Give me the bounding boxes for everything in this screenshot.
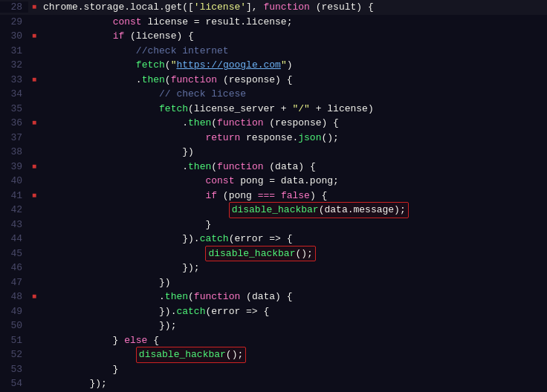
code-line: 42 disable_hackbar(data.message);	[0, 203, 547, 218]
code-line: 43 }	[0, 218, 547, 232]
line-number: 33	[0, 74, 28, 85]
line-number: 48	[0, 291, 28, 302]
code-line: 31 //check internet	[0, 44, 547, 59]
line-number: 36	[0, 117, 28, 128]
code-line: 33■ .then(function (response) {	[0, 73, 547, 88]
code-line: 45 disable_hackbar();	[0, 246, 547, 261]
line-code: const pong = data.pong;	[40, 174, 339, 189]
line-number: 53	[0, 364, 28, 375]
line-gutter: ■	[28, 76, 40, 84]
line-code: .then(function (response) {	[40, 73, 293, 88]
line-number: 34	[0, 88, 28, 99]
line-gutter: ■	[28, 119, 40, 127]
code-line: 28■chrome.storage.local.get(['license'],…	[0, 0, 547, 15]
line-number: 49	[0, 306, 28, 317]
line-number: 37	[0, 132, 28, 143]
code-line: 39■ .then(function (data) {	[0, 160, 547, 174]
line-code: });	[40, 376, 107, 391]
line-gutter: ■	[28, 32, 40, 40]
code-line: 47 })	[0, 275, 547, 290]
line-number: 44	[0, 233, 28, 244]
code-line: 53 }	[0, 362, 547, 377]
line-code: });	[40, 318, 176, 333]
line-number: 38	[0, 146, 28, 157]
code-line: 41■ if (pong === false) {	[0, 189, 547, 203]
line-gutter: ■	[28, 3, 40, 11]
code-line: 35 fetch(license_server + "/" + license)	[0, 102, 547, 117]
code-line: 54 });	[0, 376, 547, 391]
line-code: }	[40, 218, 211, 232]
line-number: 41	[0, 190, 28, 201]
line-code: //check internet	[40, 44, 229, 59]
code-line: 46 });	[0, 261, 547, 275]
line-code: fetch("https://google.com")	[40, 58, 293, 73]
line-code: // check licese	[40, 87, 246, 102]
line-code: fetch(license_server + "/" + license)	[40, 102, 374, 117]
line-code: if (license) {	[40, 29, 194, 44]
line-code: disable_hackbar(data.message);	[40, 202, 409, 218]
line-code: .then(function (response) {	[40, 116, 339, 131]
line-code: disable_hackbar();	[40, 246, 316, 262]
code-editor: 28■chrome.storage.local.get(['license'],…	[0, 0, 547, 392]
line-code: chrome.storage.local.get(['license'], fu…	[40, 0, 374, 15]
code-line: 29 const license = result.license;	[0, 15, 547, 30]
code-line: 49 }).catch(error => {	[0, 304, 547, 319]
line-code: disable_hackbar();	[40, 347, 246, 363]
code-line: 37 return response.json();	[0, 131, 547, 146]
line-code: return response.json();	[40, 131, 339, 146]
line-code: }	[40, 362, 118, 377]
line-number: 42	[0, 204, 28, 215]
line-number: 43	[0, 219, 28, 230]
line-number: 39	[0, 161, 28, 172]
line-number: 54	[0, 378, 28, 389]
code-line: 51 } else {	[0, 333, 547, 348]
line-number: 50	[0, 320, 28, 331]
line-code: }).catch(error => {	[40, 304, 269, 319]
code-line: 52 disable_hackbar();	[0, 347, 547, 362]
line-number: 51	[0, 335, 28, 346]
line-number: 32	[0, 59, 28, 71]
code-line: 44 }).catch(error => {	[0, 232, 547, 246]
code-line: 32 fetch("https://google.com")	[0, 58, 547, 73]
line-code: const license = result.license;	[40, 15, 292, 30]
line-number: 52	[0, 349, 28, 360]
line-code: } else {	[40, 333, 159, 348]
line-gutter: ■	[28, 163, 40, 171]
line-code: })	[40, 275, 171, 290]
line-number: 31	[0, 45, 28, 56]
line-number: 35	[0, 103, 28, 114]
line-code: }).catch(error => {	[40, 232, 292, 246]
line-code: })	[40, 145, 194, 160]
line-code: .then(function (data) {	[40, 160, 316, 174]
code-line: 30■ if (license) {	[0, 29, 547, 44]
line-number: 47	[0, 277, 28, 288]
code-line: 50 });	[0, 318, 547, 333]
line-code: });	[40, 261, 200, 275]
line-number: 45	[0, 248, 28, 259]
code-line: 34 // check licese	[0, 87, 547, 102]
code-line: 48■ .then(function (data) {	[0, 290, 547, 304]
line-number: 29	[0, 16, 28, 27]
line-code: .then(function (data) {	[40, 290, 293, 304]
line-number: 46	[0, 262, 28, 273]
line-gutter: ■	[28, 192, 40, 200]
line-code: if (pong === false) {	[40, 189, 327, 203]
code-line: 40 const pong = data.pong;	[0, 174, 547, 189]
line-number: 40	[0, 175, 28, 186]
code-line: 38 })	[0, 145, 547, 160]
line-number: 30	[0, 30, 28, 42]
line-number: 28	[0, 1, 28, 13]
line-gutter: ■	[28, 293, 40, 301]
code-line: 36■ .then(function (response) {	[0, 116, 547, 131]
